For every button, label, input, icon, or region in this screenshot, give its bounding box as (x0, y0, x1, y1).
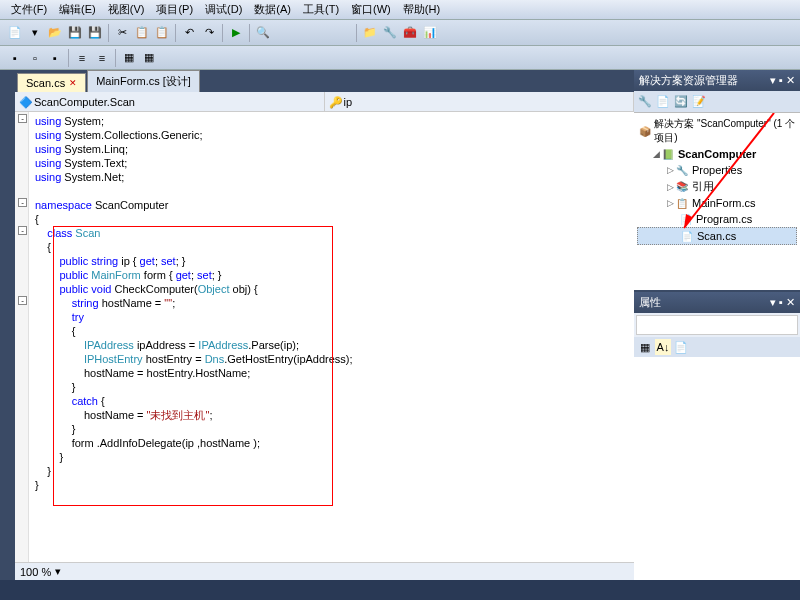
find-icon[interactable]: 🔍 (254, 24, 272, 42)
tab-scan-cs[interactable]: Scan.cs ✕ (17, 73, 86, 92)
new-project-icon[interactable]: 📄 (6, 24, 24, 42)
menu-file[interactable]: 文件(F) (5, 0, 53, 19)
fold-toggle[interactable]: - (18, 226, 27, 235)
navigation-bar: 🔷 ScanComputer.Scan 🔑 ip (15, 92, 634, 112)
categorized-icon[interactable]: ▦ (637, 339, 653, 355)
undo-icon[interactable]: ↶ (180, 24, 198, 42)
properties-icon[interactable]: 🔧 (381, 24, 399, 42)
mainform-node[interactable]: ▷ 📋 MainForm.cs (637, 195, 797, 211)
panel-title-text: 解决方案资源管理器 (639, 73, 738, 88)
cs-file-icon: 📄 (679, 212, 693, 226)
refresh-icon[interactable]: 🔄 (673, 94, 689, 110)
expand-icon[interactable]: ▷ (665, 182, 675, 192)
tab-mainform-designer[interactable]: MainForm.cs [设计] (87, 70, 200, 92)
solution-tree: 📦 解决方案 "ScanComputer" (1 个项目) ◢ 📗 ScanCo… (634, 113, 800, 290)
expand-icon[interactable]: ▷ (665, 198, 675, 208)
program-node[interactable]: 📄 Program.cs (637, 211, 797, 227)
right-panel: 解决方案资源管理器 ▾ ▪ ✕ 🔧 📄 🔄 📝 📦 解决方案 "ScanComp… (634, 70, 800, 580)
scan-node[interactable]: 📄 Scan.cs (637, 227, 797, 245)
expand-icon[interactable]: ▷ (665, 165, 675, 175)
form-icon: 📋 (675, 196, 689, 210)
uncomment-icon[interactable]: ▦ (140, 49, 158, 67)
separator (108, 24, 109, 42)
class-view-icon[interactable]: 📊 (421, 24, 439, 42)
member-name: ip (344, 96, 353, 108)
class-dropdown[interactable]: 🔷 ScanComputer.Scan (15, 92, 325, 111)
menu-edit[interactable]: 编辑(E) (53, 0, 102, 19)
increase-indent-icon[interactable]: ≡ (93, 49, 111, 67)
fold-toggle[interactable]: - (18, 198, 27, 207)
fold-toggle[interactable]: - (18, 296, 27, 305)
solution-explorer-toolbar: 🔧 📄 🔄 📝 (634, 91, 800, 113)
menu-data[interactable]: 数据(A) (248, 0, 297, 19)
dropdown-icon[interactable]: ▾ (770, 74, 776, 87)
properties-folder-icon: 🔧 (675, 163, 689, 177)
cs-file-icon: 📄 (680, 229, 694, 243)
properties-toolbar: ▦ A↓ 📄 (634, 337, 800, 357)
quick-info-icon[interactable]: ▪ (46, 49, 64, 67)
close-panel-icon[interactable]: ✕ (786, 74, 795, 87)
decrease-indent-icon[interactable]: ≡ (73, 49, 91, 67)
save-all-icon[interactable]: 💾 (86, 24, 104, 42)
cut-icon[interactable]: ✂ (113, 24, 131, 42)
tree-label: Program.cs (696, 213, 752, 225)
editor-area: Scan.cs ✕ MainForm.cs [设计] 🔷 ScanCompute… (15, 70, 634, 580)
class-icon: 🔷 (19, 96, 31, 108)
solution-explorer-icon[interactable]: 📁 (361, 24, 379, 42)
show-all-icon[interactable]: 📄 (655, 94, 671, 110)
close-panel-icon[interactable]: ✕ (786, 296, 795, 309)
separator (222, 24, 223, 42)
separator (249, 24, 250, 42)
open-icon[interactable]: 📂 (46, 24, 64, 42)
start-debug-icon[interactable]: ▶ (227, 24, 245, 42)
tree-label: Scan.cs (697, 230, 736, 242)
class-name: ScanComputer.Scan (34, 96, 135, 108)
references-node[interactable]: ▷ 📚 引用 (637, 178, 797, 195)
pin-icon[interactable]: ▪ (779, 74, 783, 87)
menu-project[interactable]: 项目(P) (150, 0, 199, 19)
fold-toggle[interactable]: - (18, 114, 27, 123)
dropdown-icon[interactable]: ▾ (770, 296, 776, 309)
properties-icon[interactable]: 🔧 (637, 94, 653, 110)
menu-tools[interactable]: 工具(T) (297, 0, 345, 19)
menu-debug[interactable]: 调试(D) (199, 0, 248, 19)
add-item-icon[interactable]: ▾ (26, 24, 44, 42)
member-dropdown[interactable]: 🔑 ip (325, 92, 635, 111)
separator (356, 24, 357, 42)
properties-node[interactable]: ▷ 🔧 Properties (637, 162, 797, 178)
toolbox-icon[interactable]: 🧰 (401, 24, 419, 42)
object-member-list-icon[interactable]: ▪ (6, 49, 24, 67)
separator (175, 24, 176, 42)
menu-help[interactable]: 帮助(H) (397, 0, 446, 19)
solution-node[interactable]: 📦 解决方案 "ScanComputer" (1 个项目) (637, 116, 797, 146)
property-pages-icon[interactable]: 📄 (673, 339, 689, 355)
tree-label: 引用 (692, 179, 714, 194)
menu-view[interactable]: 视图(V) (102, 0, 151, 19)
close-tab-icon[interactable]: ✕ (69, 78, 77, 88)
toolbox-collapsed[interactable] (0, 70, 15, 580)
properties-title: 属性 ▾ ▪ ✕ (634, 292, 800, 313)
properties-panel: 属性 ▾ ▪ ✕ ▦ A↓ 📄 (634, 290, 800, 580)
expand-icon[interactable]: ◢ (651, 149, 661, 159)
view-code-icon[interactable]: 📝 (691, 94, 707, 110)
alphabetical-icon[interactable]: A↓ (655, 339, 671, 355)
solution-explorer-title: 解决方案资源管理器 ▾ ▪ ✕ (634, 70, 800, 91)
separator (68, 49, 69, 67)
menu-window[interactable]: 窗口(W) (345, 0, 397, 19)
comment-icon[interactable]: ▦ (120, 49, 138, 67)
paste-icon[interactable]: 📋 (153, 24, 171, 42)
pin-icon[interactable]: ▪ (779, 296, 783, 309)
main-area: Scan.cs ✕ MainForm.cs [设计] 🔷 ScanCompute… (0, 70, 800, 580)
redo-icon[interactable]: ↷ (200, 24, 218, 42)
project-node[interactable]: ◢ 📗 ScanComputer (637, 146, 797, 162)
properties-selector[interactable] (636, 315, 798, 335)
save-icon[interactable]: 💾 (66, 24, 84, 42)
zoom-level[interactable]: 100 % (20, 566, 51, 578)
references-icon: 📚 (675, 180, 689, 194)
properties-grid[interactable] (634, 357, 800, 580)
copy-icon[interactable]: 📋 (133, 24, 151, 42)
code-editor[interactable]: - - - - using System; using System.Colle… (15, 112, 634, 562)
panel-title-text: 属性 (639, 295, 661, 310)
tree-label: 解决方案 "ScanComputer" (1 个项目) (654, 117, 797, 145)
parameter-info-icon[interactable]: ▫ (26, 49, 44, 67)
